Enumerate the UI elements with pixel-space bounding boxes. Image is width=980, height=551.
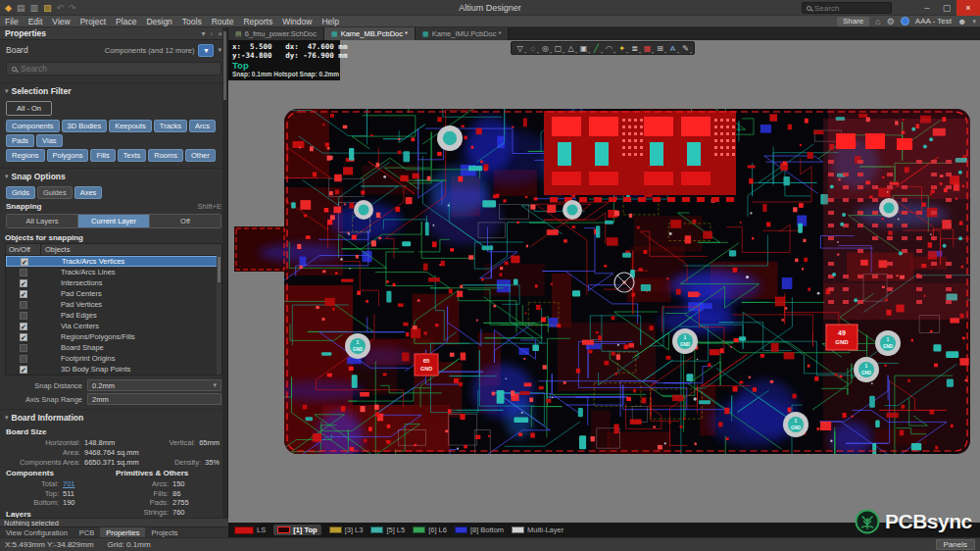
redo-icon[interactable]: ↷: [69, 3, 76, 13]
checkbox[interactable]: ✔: [20, 290, 27, 298]
lasso-select-icon[interactable]: ◌: [526, 44, 539, 53]
menu-view[interactable]: View: [47, 17, 74, 26]
layer-tab-bottom[interactable]: [8] Bottom: [455, 526, 504, 534]
object-row[interactable]: ✔Regions/Polygons/Fills: [6, 331, 221, 342]
menu-design[interactable]: Design: [141, 17, 176, 26]
objects-table-scrollbar[interactable]: [217, 255, 221, 375]
user-menu-caret-icon[interactable]: ▾: [972, 18, 976, 25]
object-row[interactable]: Board Shape: [6, 342, 221, 353]
filter-pads-button[interactable]: Pads: [6, 134, 34, 147]
object-row[interactable]: Pad Edges: [6, 310, 221, 321]
snapping-all-layers[interactable]: All Layers: [7, 215, 78, 227]
clear-filter-icon[interactable]: ◎: [539, 44, 552, 53]
panel-search[interactable]: [6, 62, 221, 75]
menu-window[interactable]: Window: [277, 17, 317, 26]
filter-3dbodies-button[interactable]: 3D Bodies: [62, 120, 108, 132]
menu-file[interactable]: File: [0, 17, 24, 26]
object-row[interactable]: Footprint Origins: [6, 353, 221, 364]
snap-options-header[interactable]: ▾ Snap Options: [0, 168, 227, 183]
checkbox[interactable]: [20, 301, 27, 309]
filter-caret-icon[interactable]: ▾: [218, 46, 221, 54]
tab-view-configuration[interactable]: View Configuration: [0, 527, 74, 538]
checkbox[interactable]: ✔: [21, 258, 28, 266]
panel-pin-icon[interactable]: ▫: [210, 29, 213, 38]
gear-icon[interactable]: ⚙: [887, 17, 895, 26]
open-icon[interactable]: ▨: [43, 3, 52, 13]
user-menu-icon[interactable]: ☻: [957, 17, 966, 26]
filter-rooms-button[interactable]: Rooms: [148, 149, 183, 162]
filter-icon[interactable]: ▽: [514, 44, 526, 53]
layer-tab-l5[interactable]: [5] L5: [370, 526, 405, 534]
undo-icon[interactable]: ↶: [56, 3, 64, 13]
filter-other-button[interactable]: Other: [185, 149, 216, 162]
measure-icon[interactable]: △: [564, 44, 577, 53]
global-search[interactable]: [802, 2, 892, 14]
checkbox[interactable]: ✔: [20, 333, 27, 341]
layer-tab-ls[interactable]: LS: [234, 526, 266, 534]
filter-vias-button[interactable]: Vias: [36, 134, 62, 147]
arc-icon[interactable]: ◠: [603, 44, 615, 53]
doc-tab-kame-imu[interactable]: ▦Kame_IMU.PcbDoc *: [416, 27, 509, 40]
doc-tab-schdoc[interactable]: ▤6_fmu_power.SchDoc: [228, 27, 324, 40]
snap-grids-button[interactable]: Grids: [6, 186, 35, 199]
snap-distance-select[interactable]: 0.2mm▾: [87, 379, 221, 391]
menu-place[interactable]: Place: [111, 17, 141, 26]
menu-project[interactable]: Project: [75, 17, 111, 26]
filter-funnel-button[interactable]: ▼: [198, 44, 214, 57]
tab-pcb[interactable]: PCB: [74, 527, 100, 538]
filter-polygons-button[interactable]: Polygons: [47, 149, 89, 162]
object-row[interactable]: ✔3D Body Snap Points: [6, 364, 221, 375]
filter-arcs-button[interactable]: Arcs: [189, 120, 216, 132]
keepout-icon[interactable]: ▦: [641, 44, 654, 53]
search-input[interactable]: [814, 4, 883, 13]
filter-texts-button[interactable]: Texts: [118, 149, 147, 162]
new-document-icon[interactable]: ▤: [17, 3, 25, 13]
checkbox[interactable]: ✔: [20, 366, 27, 374]
panels-button[interactable]: Panels: [936, 539, 975, 550]
board-information-header[interactable]: ▾ Board Information: [0, 409, 227, 425]
panel-scrollbar[interactable]: [222, 27, 227, 518]
filter-regions-button[interactable]: Regions: [6, 149, 45, 162]
minimize-button[interactable]: –: [917, 0, 937, 16]
object-row[interactable]: ✔Intersections: [6, 277, 221, 288]
checkbox[interactable]: ✔: [20, 279, 27, 287]
print-icon[interactable]: ▥: [29, 3, 38, 13]
close-button[interactable]: ×: [956, 0, 980, 16]
menu-reports[interactable]: Reports: [238, 17, 277, 26]
filter-summary[interactable]: Components (and 12 more): [105, 46, 195, 55]
layer-tab-l6[interactable]: [6] L6: [413, 526, 447, 534]
components-total-value[interactable]: 701: [63, 479, 75, 488]
menu-route[interactable]: Route: [207, 17, 239, 26]
checkbox[interactable]: [20, 355, 27, 363]
filter-keepouts-button[interactable]: Keepouts: [109, 120, 152, 132]
draw-icon[interactable]: ✎: [679, 44, 692, 53]
avatar[interactable]: [901, 17, 909, 25]
panel-search-input[interactable]: [21, 64, 197, 74]
object-row[interactable]: ✔Via Centers: [6, 321, 221, 331]
menu-tools[interactable]: Tools: [177, 17, 207, 26]
snap-axes-button[interactable]: Axes: [74, 186, 103, 199]
layers-icon[interactable]: ≣: [628, 44, 641, 53]
panel-collapse-icon[interactable]: ▾: [201, 29, 205, 38]
all-on-button[interactable]: All - On: [6, 101, 52, 116]
maximize-button[interactable]: ▢: [937, 0, 956, 16]
snap-guides-button[interactable]: Guides: [37, 186, 73, 199]
object-row[interactable]: Track/Arcs Lines: [6, 267, 221, 277]
checkbox[interactable]: [20, 344, 27, 352]
user-name[interactable]: AAA - Test: [915, 17, 952, 25]
selection-rect-icon[interactable]: ▢: [552, 44, 564, 53]
home-icon[interactable]: ⌂: [875, 17, 880, 26]
region-icon[interactable]: ▣: [577, 44, 590, 53]
route-icon[interactable]: ╱: [590, 44, 603, 53]
menu-help[interactable]: Help: [317, 17, 343, 26]
tab-properties[interactable]: Properties: [100, 527, 145, 538]
pcb-canvas[interactable]: 1GND1GND1GND1GND1GND65GND49GND x: 5.500 …: [228, 40, 980, 523]
object-row[interactable]: Pad Vertices: [6, 299, 221, 310]
checkbox[interactable]: [20, 269, 27, 276]
snapping-current-layer[interactable]: Current Layer: [78, 215, 150, 227]
axis-snap-range-input[interactable]: 2mm: [87, 393, 221, 405]
filter-fills-button[interactable]: Fills: [90, 149, 115, 162]
layer-tab-top[interactable]: [1] Top: [273, 525, 320, 535]
share-button[interactable]: Share: [837, 17, 869, 26]
tab-projects[interactable]: Projects: [145, 527, 183, 538]
